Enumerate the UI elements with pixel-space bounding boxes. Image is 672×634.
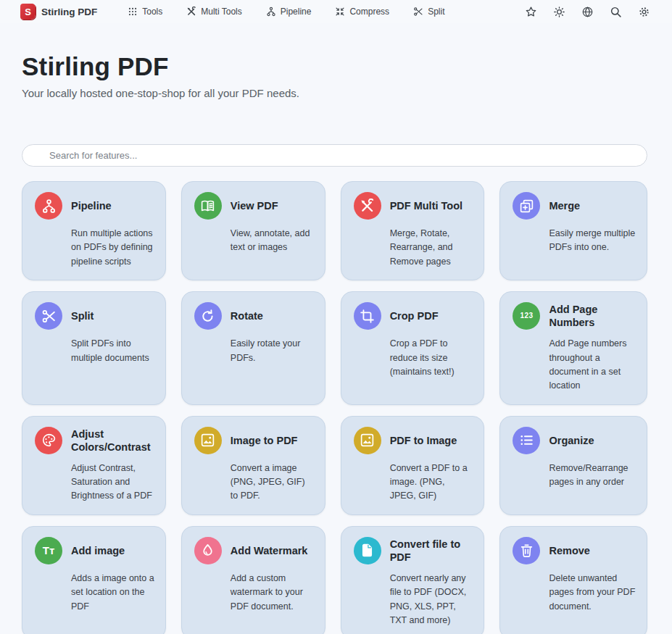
card-title: Organize xyxy=(549,434,594,447)
image-icon xyxy=(194,427,222,454)
card-title: PDF Multi Tool xyxy=(390,199,462,212)
feature-search-input[interactable] xyxy=(49,150,637,161)
nav-item-label: Multi Tools xyxy=(201,7,241,17)
card-description: Convert a PDF to a image. (PNG, JPEG, GI… xyxy=(390,462,473,504)
card-description: Remove/Rearrange pages in any order xyxy=(549,462,636,490)
nav-item-label: Split xyxy=(428,7,444,17)
nav-item-tools[interactable]: Tools xyxy=(128,7,162,17)
card-description: View, annotate, add text or images xyxy=(231,227,314,255)
card-header: Organize xyxy=(513,427,636,454)
compress-icon xyxy=(335,7,345,17)
card-title: Add Watermark xyxy=(231,544,308,557)
brand-name: Stirling PDF xyxy=(41,7,97,17)
globe-icon xyxy=(581,6,594,18)
crop-icon xyxy=(354,302,381,330)
page-subtitle: Your locally hosted one-stop-shop for al… xyxy=(22,87,650,99)
card-header: 123Add Page Numbers xyxy=(513,302,636,330)
nav-item-label: Tools xyxy=(142,7,162,17)
nav-actions xyxy=(525,6,650,18)
search-icon xyxy=(32,150,43,161)
droplet-icon xyxy=(194,537,222,564)
card-image-to-pdf[interactable]: Image to PDFConvert a image (PNG, JPEG, … xyxy=(181,416,325,515)
card-add-image[interactable]: TᴛAdd imageAdds a image onto a set locat… xyxy=(22,526,166,634)
card-rotate[interactable]: RotateEasily rotate your PDFs. xyxy=(181,291,325,405)
star-icon xyxy=(525,6,537,18)
card-header: Remove xyxy=(513,537,636,564)
nav-item-label: Compress xyxy=(349,7,389,17)
card-crop-pdf[interactable]: Crop PDFCrop a PDF to reduce its size (m… xyxy=(341,291,485,405)
scissors-icon xyxy=(413,7,423,17)
nav-item-label: Pipeline xyxy=(281,7,312,17)
rotate-icon xyxy=(194,302,222,330)
trash-icon xyxy=(513,537,540,564)
feature-card-grid: PipelineRun multiple actions on PDFs by … xyxy=(22,181,647,634)
book-open-icon xyxy=(194,192,222,220)
card-title: View PDF xyxy=(231,199,278,212)
card-header: View PDF xyxy=(194,192,314,220)
card-add-page-numbers[interactable]: 123Add Page NumbersAdd Page numbers thro… xyxy=(499,291,647,405)
card-title: Convert file to PDF xyxy=(390,538,473,564)
card-pdf-multi-tool[interactable]: PDF Multi ToolMerge, Rotate, Rearrange, … xyxy=(341,181,485,280)
card-remove[interactable]: RemoveDelete unwanted pages from your PD… xyxy=(499,526,647,634)
card-header: TᴛAdd image xyxy=(35,537,154,564)
card-header: Convert file to PDF xyxy=(354,537,473,564)
language-button[interactable] xyxy=(581,6,594,18)
card-title: Remove xyxy=(549,544,589,557)
nav-item-multi-tools[interactable]: Multi Tools xyxy=(186,7,241,17)
tools-icon xyxy=(354,192,381,220)
search-icon xyxy=(610,6,622,18)
card-header: Add Watermark xyxy=(194,537,314,564)
card-description: Split PDFs into multiple documents xyxy=(71,337,154,365)
card-title: Image to PDF xyxy=(231,434,298,447)
card-adjust-colors-contrast[interactable]: Adjust Colors/ContrastAdjust Contrast, S… xyxy=(22,416,166,515)
card-title: Add image xyxy=(71,544,125,557)
card-title: Crop PDF xyxy=(390,309,439,322)
card-convert-file-to-pdf[interactable]: Convert file to PDFConvert nearly any fi… xyxy=(341,526,485,634)
card-header: Split xyxy=(35,302,154,330)
top-navbar: S Stirling PDF ToolsMulti ToolsPipelineC… xyxy=(0,0,672,23)
nav-item-pipeline[interactable]: Pipeline xyxy=(266,7,312,17)
card-description: Adjust Contrast, Saturation and Brightne… xyxy=(71,462,154,504)
pipeline-icon xyxy=(266,7,276,17)
feature-search-bar[interactable] xyxy=(22,144,647,167)
card-merge[interactable]: MergeEasily merge multiple PDFs into one… xyxy=(499,181,647,280)
pipeline-icon xyxy=(35,192,62,220)
card-description: Crop a PDF to reduce its size (maintains… xyxy=(390,337,473,379)
card-split[interactable]: SplitSplit PDFs into multiple documents xyxy=(22,291,166,405)
card-title: PDF to Image xyxy=(390,434,457,447)
tools-icon xyxy=(186,7,196,17)
card-description: Adds a image onto a set location on the … xyxy=(71,572,154,614)
card-title: Split xyxy=(71,309,94,322)
nav-item-split[interactable]: Split xyxy=(413,7,444,17)
text-icon: Tᴛ xyxy=(35,537,62,564)
search-button[interactable] xyxy=(610,6,622,18)
card-organize[interactable]: OrganizeRemove/Rearrange pages in any or… xyxy=(499,416,647,515)
numbers-icon: 123 xyxy=(513,302,540,330)
card-header: Adjust Colors/Contrast xyxy=(35,427,154,454)
card-title: Add Page Numbers xyxy=(549,303,636,329)
card-title: Rotate xyxy=(231,309,263,322)
card-description: Easily rotate your PDFs. xyxy=(231,337,314,365)
card-view-pdf[interactable]: View PDFView, annotate, add text or imag… xyxy=(181,181,325,280)
settings-button[interactable] xyxy=(638,6,650,18)
card-description: Convert nearly any file to PDF (DOCX, PN… xyxy=(390,572,473,628)
card-pipeline[interactable]: PipelineRun multiple actions on PDFs by … xyxy=(22,181,166,280)
card-pdf-to-image[interactable]: PDF to ImageConvert a PDF to a image. (P… xyxy=(341,416,485,515)
favourites-button[interactable] xyxy=(525,6,537,18)
palette-icon xyxy=(35,427,62,454)
card-title: Adjust Colors/Contrast xyxy=(71,427,154,454)
brand-home-link[interactable]: S Stirling PDF xyxy=(20,4,97,20)
list-icon xyxy=(513,427,540,454)
card-header: Merge xyxy=(513,192,636,220)
card-add-watermark[interactable]: Add WatermarkAdd a custom watermark to y… xyxy=(181,526,325,634)
card-description: Add a custom watermark to your PDF docum… xyxy=(231,572,314,614)
card-header: PDF Multi Tool xyxy=(354,192,473,220)
card-title: Pipeline xyxy=(71,199,112,212)
stirling-logo-icon: S xyxy=(20,4,36,20)
card-header: Image to PDF xyxy=(194,427,314,454)
theme-toggle-button[interactable] xyxy=(553,6,565,18)
grid-icon xyxy=(128,7,138,17)
image-icon xyxy=(354,427,381,454)
merge-icon xyxy=(513,192,540,220)
nav-item-compress[interactable]: Compress xyxy=(335,7,389,17)
